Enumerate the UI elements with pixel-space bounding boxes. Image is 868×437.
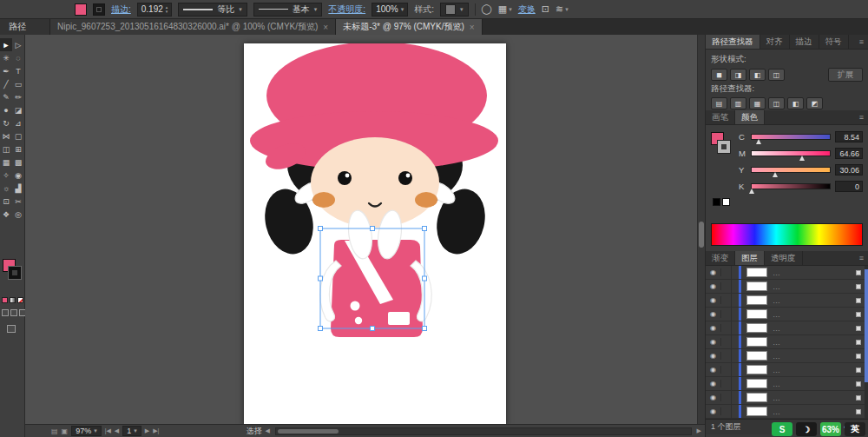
layer-thumbnail[interactable]	[746, 393, 767, 402]
visibility-eye-icon[interactable]: ◉	[706, 352, 721, 360]
free-transform-tool[interactable]: ▢	[12, 129, 24, 142]
draw-behind-icon[interactable]	[10, 309, 17, 316]
panel-menu-icon[interactable]: ≡	[859, 35, 868, 49]
lock-column[interactable]	[721, 377, 732, 390]
expand-button[interactable]: 扩展	[828, 68, 863, 82]
eyedropper-tool[interactable]: ✧	[0, 169, 12, 182]
vertical-scrollbar[interactable]	[697, 35, 705, 424]
visibility-eye-icon[interactable]: ◉	[706, 310, 721, 318]
transform-link[interactable]: 变换	[518, 3, 536, 16]
fill-color-swatch[interactable]	[75, 3, 87, 16]
rectangle-tool[interactable]: ▭	[12, 77, 24, 90]
blend-tool[interactable]: ◉	[12, 169, 24, 182]
gradient-button[interactable]	[10, 297, 16, 303]
layer-thumbnail[interactable]	[746, 268, 767, 277]
opacity-link[interactable]: 不透明度:	[328, 3, 365, 16]
layers-group-tab-1[interactable]: 渐变	[706, 251, 735, 265]
layer-row[interactable]: ◉…	[706, 280, 868, 294]
visibility-eye-icon[interactable]: ◉	[706, 282, 721, 290]
white-swatch[interactable]	[722, 198, 730, 206]
slider-thumb[interactable]	[799, 156, 805, 161]
shape-mode-3-button[interactable]: ◧	[749, 69, 766, 81]
eraser-tool[interactable]: ◪	[12, 103, 24, 116]
layer-row[interactable]: ◉…	[706, 405, 868, 419]
magic-wand-tool[interactable]: ✳	[0, 51, 12, 64]
value-K[interactable]: 0	[835, 181, 863, 192]
color-button[interactable]	[2, 297, 8, 303]
mesh-tool[interactable]: ▦	[0, 156, 12, 169]
value-M[interactable]: 64.66	[835, 148, 863, 159]
line-segment-tool[interactable]: ╱	[0, 77, 12, 90]
shape-builder-tool[interactable]: ◫	[0, 142, 12, 156]
shape-mode-1-button[interactable]: ◼	[711, 69, 727, 81]
layer-thumbnail[interactable]	[746, 337, 767, 347]
lasso-tool[interactable]: ◌	[12, 51, 24, 64]
scroll-right-arrow[interactable]: ▶	[697, 427, 701, 434]
grid-options-icon[interactable]: ▦▾	[498, 3, 512, 15]
stroke-color-swatch[interactable]	[93, 3, 105, 16]
layer-thumbnail[interactable]	[746, 323, 767, 333]
visibility-eye-icon[interactable]: ◉	[706, 407, 721, 415]
layer-row[interactable]: ◉…	[706, 321, 868, 335]
pathfinder-group-tab-2[interactable]: 对齐	[760, 35, 790, 49]
brush-definition-dropdown[interactable]: 基本 ▾	[253, 3, 323, 17]
opacity-input[interactable]: 100% ▾	[372, 3, 408, 17]
paintbrush-tool[interactable]: ✎	[0, 90, 12, 103]
toolbar-stroke-swatch[interactable]	[9, 267, 21, 279]
style-dropdown[interactable]: ▾	[440, 3, 469, 17]
layers-scrollbar-thumb[interactable]	[865, 269, 868, 382]
layer-target[interactable]	[856, 340, 861, 345]
layer-row[interactable]: ◉…	[706, 266, 868, 280]
close-tab-icon[interactable]: ×	[323, 23, 328, 32]
slider-K[interactable]	[751, 183, 831, 189]
width-tool[interactable]: ⋈	[0, 129, 12, 142]
layer-thumbnail[interactable]	[746, 379, 767, 388]
sogou-icon[interactable]: S	[772, 422, 792, 436]
pathfinder-group-tab-4[interactable]: 符号	[819, 35, 849, 49]
layer-thumbnail[interactable]	[746, 365, 767, 374]
layer-row[interactable]: ◉…	[706, 308, 868, 321]
previous-artboard-button[interactable]: ◀	[115, 427, 119, 434]
slider-thumb[interactable]	[756, 139, 761, 144]
scroll-left-arrow[interactable]: ◀	[265, 427, 269, 434]
slider-M[interactable]	[751, 150, 831, 156]
panel-stroke-swatch[interactable]	[718, 141, 730, 153]
pathfinder-2-button[interactable]: ▥	[730, 97, 746, 109]
pathfinder-4-button[interactable]: ◫	[768, 97, 785, 109]
pathfinder-3-button[interactable]: ▦	[749, 97, 766, 109]
layer-target[interactable]	[856, 326, 861, 331]
lock-column[interactable]	[721, 294, 732, 307]
layer-target[interactable]	[856, 367, 861, 373]
type-tool[interactable]: T	[12, 64, 24, 77]
battery-badge[interactable]: 63%	[820, 422, 841, 436]
visibility-eye-icon[interactable]: ◉	[706, 268, 721, 276]
path-panel-label[interactable]: 路径	[0, 19, 50, 35]
slider-C[interactable]	[751, 134, 831, 140]
stroke-link[interactable]: 描边:	[111, 3, 131, 16]
lock-column[interactable]	[721, 391, 732, 404]
color-spectrum[interactable]	[711, 223, 863, 246]
rotate-tool[interactable]: ↻	[0, 116, 12, 129]
blob-brush-tool[interactable]: ●	[0, 103, 12, 116]
horizontal-scrollbar-thumb[interactable]	[278, 429, 339, 434]
gradient-tool[interactable]: ▩	[12, 156, 24, 169]
layer-thumbnail[interactable]	[746, 309, 767, 319]
document-setup-icon[interactable]: ◯	[482, 3, 492, 15]
black-swatch[interactable]	[713, 198, 720, 206]
pathfinder-6-button[interactable]: ◩	[806, 97, 823, 109]
pathfinder-1-button[interactable]: ▤	[711, 97, 727, 109]
lock-column[interactable]	[721, 280, 732, 293]
value-C[interactable]: 8.54	[835, 131, 863, 142]
first-artboard-button[interactable]: |◀	[105, 427, 111, 434]
layer-row[interactable]: ◉…	[706, 335, 868, 349]
width-profile-dropdown[interactable]: 等比 ▾	[178, 3, 247, 17]
visibility-eye-icon[interactable]: ◉	[706, 380, 721, 387]
column-graph-tool[interactable]: ▟	[12, 182, 24, 195]
artboard-tool[interactable]: ⊡	[0, 195, 12, 208]
zoom-level-dropdown[interactable]: 97% ▾	[71, 426, 102, 436]
layer-row[interactable]: ◉…	[706, 377, 868, 391]
layer-row[interactable]: ◉…	[706, 391, 868, 405]
pathfinder-5-button[interactable]: ◧	[787, 97, 804, 109]
lock-column[interactable]	[721, 321, 732, 334]
screen-mode-button[interactable]	[7, 325, 16, 333]
